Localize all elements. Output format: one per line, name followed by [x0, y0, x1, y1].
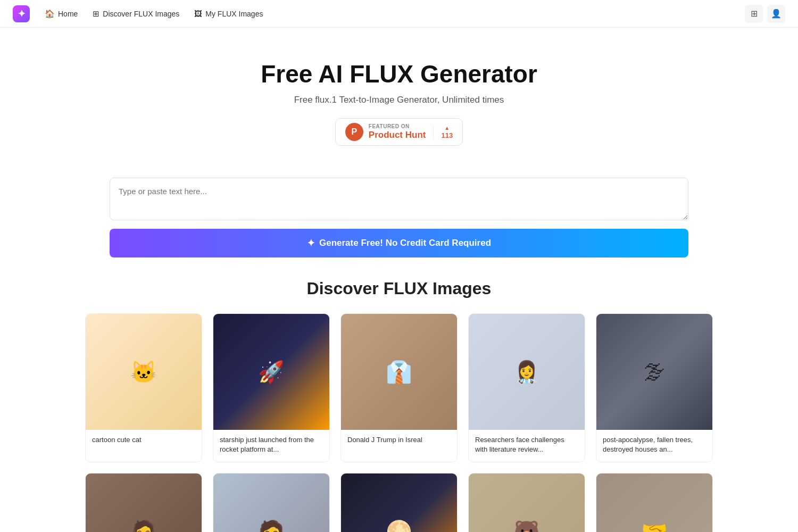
- ph-product-name: Product Hunt: [369, 130, 426, 140]
- ph-arrow: ▲: [444, 125, 450, 131]
- image-caption: starship just launched from the rocket p…: [213, 430, 329, 462]
- image-card-card-trump2[interactable]: 🤝: [596, 473, 713, 532]
- image-caption: post-apocalypse, fallen trees, destroyed…: [596, 430, 712, 462]
- image-caption: cartoon cute cat: [86, 430, 202, 452]
- image-placeholder: 👩‍⚕️: [469, 314, 585, 430]
- image-caption: Researchers face challenges with literat…: [469, 430, 585, 462]
- image-grid-row2: 🧔🧑🌕🐻🤝: [85, 473, 713, 532]
- hero-title: Free AI FLUX Generator: [11, 60, 787, 88]
- ph-vote-count: 113: [441, 131, 453, 139]
- ph-votes: ▲ 113: [433, 125, 453, 139]
- hero-subtitle: Free flux.1 Text-to-Image Generator, Unl…: [11, 95, 787, 105]
- navbar: ✦ 🏠 Home ⊞ Discover FLUX Images 🖼 My FLU…: [0, 0, 798, 28]
- ph-text: FEATURED ON Product Hunt: [369, 123, 426, 140]
- image-caption: Donald J Trump in Isreal: [341, 430, 457, 452]
- home-icon: 🏠: [45, 9, 55, 19]
- image-card-card-doctor[interactable]: 👩‍⚕️Researchers face challenges with lit…: [468, 313, 585, 462]
- image-card-card-asian[interactable]: 🧑: [213, 473, 330, 532]
- image-icon: 🖼: [194, 9, 202, 18]
- image-card-card-trump[interactable]: 👔Donald J Trump in Isreal: [340, 313, 458, 462]
- image-card-card-cat[interactable]: 🐱cartoon cute cat: [85, 313, 202, 462]
- ph-logo: P: [345, 123, 363, 141]
- hero-section: Free AI FLUX Generator Free flux.1 Text-…: [0, 28, 798, 162]
- generate-nav-icon[interactable]: ⊞: [745, 5, 763, 23]
- prompt-input[interactable]: [110, 178, 688, 220]
- product-hunt-badge[interactable]: P FEATURED ON Product Hunt ▲ 113: [335, 118, 463, 146]
- generator-section: ✦ Generate Free! No Credit Card Required: [74, 178, 724, 257]
- image-card-card-apoc[interactable]: 🌫post-apocalypse, fallen trees, destroye…: [596, 313, 713, 462]
- discover-title: Discover FLUX Images: [85, 279, 713, 298]
- image-card-card-moon[interactable]: 🌕: [340, 473, 458, 532]
- discover-section: Discover FLUX Images 🐱cartoon cute cat🚀s…: [74, 279, 724, 532]
- image-placeholder: 🌫: [596, 314, 712, 430]
- ph-featured-label: FEATURED ON: [369, 123, 426, 130]
- nav-discover[interactable]: ⊞ Discover FLUX Images: [86, 6, 186, 22]
- generate-button-label: Generate Free! No Credit Card Required: [319, 238, 491, 248]
- person-icon: 👤: [771, 9, 782, 19]
- image-placeholder: 🧔: [86, 473, 202, 532]
- image-placeholder: 🤝: [596, 473, 712, 532]
- image-placeholder: 🧑: [213, 473, 329, 532]
- nav-home[interactable]: 🏠 Home: [38, 6, 84, 22]
- image-placeholder: 🌕: [341, 473, 457, 532]
- app-logo[interactable]: ✦: [13, 5, 30, 22]
- add-image-icon: ⊞: [751, 9, 758, 19]
- nav-links: 🏠 Home ⊞ Discover FLUX Images 🖼 My FLUX …: [38, 6, 745, 22]
- generate-button[interactable]: ✦ Generate Free! No Credit Card Required: [110, 229, 688, 257]
- grid-icon: ⊞: [93, 9, 99, 19]
- image-placeholder: 🐻: [469, 473, 585, 532]
- image-placeholder: 👔: [341, 314, 457, 430]
- nav-right: ⊞ 👤: [745, 5, 785, 23]
- user-nav-icon[interactable]: 👤: [767, 5, 785, 23]
- image-card-card-rocket[interactable]: 🚀starship just launched from the rocket …: [213, 313, 330, 462]
- image-card-card-figure[interactable]: 🧔: [85, 473, 202, 532]
- image-card-card-xi[interactable]: 🐻: [468, 473, 585, 532]
- image-placeholder: 🚀: [213, 314, 329, 430]
- image-placeholder: 🐱: [86, 314, 202, 430]
- nav-my-images[interactable]: 🖼 My FLUX Images: [188, 6, 269, 22]
- sparkle-icon: ✦: [307, 237, 315, 249]
- image-grid-row1: 🐱cartoon cute cat🚀starship just launched…: [85, 313, 713, 462]
